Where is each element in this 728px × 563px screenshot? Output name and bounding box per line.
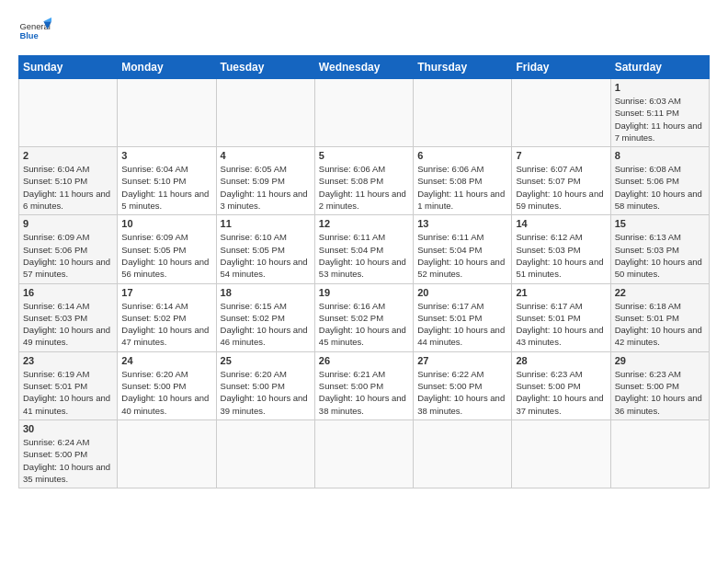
day-number: 30 — [23, 423, 113, 434]
calendar-cell: 10Sunrise: 6:09 AM Sunset: 5:05 PM Dayli… — [118, 215, 216, 283]
day-info: Sunrise: 6:23 AM Sunset: 5:00 PM Dayligh… — [615, 368, 705, 417]
day-header-sunday: Sunday — [19, 56, 118, 79]
day-header-thursday: Thursday — [414, 56, 512, 79]
calendar-cell — [414, 419, 512, 488]
calendar-week-row: 2Sunrise: 6:04 AM Sunset: 5:10 PM Daylig… — [19, 147, 710, 215]
day-number: 25 — [221, 355, 311, 366]
calendar-cell: 12Sunrise: 6:11 AM Sunset: 5:04 PM Dayli… — [314, 215, 413, 283]
day-info: Sunrise: 6:04 AM Sunset: 5:10 PM Dayligh… — [121, 163, 211, 212]
calendar-header-row: SundayMondayTuesdayWednesdayThursdayFrid… — [19, 56, 710, 79]
day-info: Sunrise: 6:20 AM Sunset: 5:00 PM Dayligh… — [221, 368, 311, 417]
calendar-cell: 15Sunrise: 6:13 AM Sunset: 5:03 PM Dayli… — [610, 215, 709, 283]
day-number: 17 — [121, 287, 211, 298]
calendar-cell: 2Sunrise: 6:04 AM Sunset: 5:10 PM Daylig… — [19, 147, 118, 215]
day-number: 16 — [23, 287, 113, 298]
calendar-cell: 22Sunrise: 6:18 AM Sunset: 5:01 PM Dayli… — [610, 283, 709, 351]
calendar-cell: 4Sunrise: 6:05 AM Sunset: 5:09 PM Daylig… — [216, 147, 314, 215]
day-number: 9 — [23, 218, 113, 229]
calendar-week-row: 30Sunrise: 6:24 AM Sunset: 5:00 PM Dayli… — [19, 419, 710, 488]
day-info: Sunrise: 6:13 AM Sunset: 5:03 PM Dayligh… — [615, 231, 705, 280]
day-info: Sunrise: 6:11 AM Sunset: 5:04 PM Dayligh… — [417, 231, 507, 280]
calendar-cell — [512, 419, 610, 488]
logo-icon: General Blue — [18, 15, 51, 48]
day-info: Sunrise: 6:12 AM Sunset: 5:03 PM Dayligh… — [516, 231, 606, 280]
day-info: Sunrise: 6:04 AM Sunset: 5:10 PM Dayligh… — [23, 163, 113, 212]
calendar-cell: 20Sunrise: 6:17 AM Sunset: 5:01 PM Dayli… — [414, 283, 512, 351]
svg-text:Blue: Blue — [19, 31, 38, 40]
calendar-cell: 3Sunrise: 6:04 AM Sunset: 5:10 PM Daylig… — [118, 147, 216, 215]
day-header-monday: Monday — [118, 56, 216, 79]
day-info: Sunrise: 6:24 AM Sunset: 5:00 PM Dayligh… — [23, 436, 113, 485]
calendar-cell: 9Sunrise: 6:09 AM Sunset: 5:06 PM Daylig… — [19, 215, 118, 283]
day-number: 15 — [615, 218, 705, 229]
logo: General Blue — [18, 15, 51, 48]
calendar-cell: 24Sunrise: 6:20 AM Sunset: 5:00 PM Dayli… — [118, 351, 216, 419]
day-number: 20 — [417, 287, 507, 298]
calendar-cell: 8Sunrise: 6:08 AM Sunset: 5:06 PM Daylig… — [610, 147, 709, 215]
day-number: 23 — [23, 355, 113, 366]
day-number: 5 — [319, 150, 409, 161]
calendar-cell: 14Sunrise: 6:12 AM Sunset: 5:03 PM Dayli… — [512, 215, 610, 283]
day-number: 2 — [23, 150, 113, 161]
day-number: 28 — [516, 355, 606, 366]
day-number: 24 — [121, 355, 211, 366]
day-number: 6 — [417, 150, 507, 161]
day-info: Sunrise: 6:20 AM Sunset: 5:00 PM Dayligh… — [121, 368, 211, 417]
calendar-cell: 25Sunrise: 6:20 AM Sunset: 5:00 PM Dayli… — [216, 351, 314, 419]
day-info: Sunrise: 6:09 AM Sunset: 5:06 PM Dayligh… — [23, 231, 113, 280]
header: General Blue — [18, 15, 710, 48]
calendar-week-row: 9Sunrise: 6:09 AM Sunset: 5:06 PM Daylig… — [19, 215, 710, 283]
day-info: Sunrise: 6:22 AM Sunset: 5:00 PM Dayligh… — [417, 368, 507, 417]
calendar-cell: 11Sunrise: 6:10 AM Sunset: 5:05 PM Dayli… — [216, 215, 314, 283]
calendar-cell — [414, 79, 512, 147]
day-info: Sunrise: 6:19 AM Sunset: 5:01 PM Dayligh… — [23, 368, 113, 417]
calendar-cell — [216, 79, 314, 147]
calendar-cell — [19, 79, 118, 147]
day-number: 22 — [615, 287, 705, 298]
day-number: 8 — [615, 150, 705, 161]
day-info: Sunrise: 6:16 AM Sunset: 5:02 PM Dayligh… — [319, 300, 409, 349]
calendar-week-row: 1Sunrise: 6:03 AM Sunset: 5:11 PM Daylig… — [19, 79, 710, 147]
day-info: Sunrise: 6:14 AM Sunset: 5:02 PM Dayligh… — [121, 300, 211, 349]
calendar-cell: 17Sunrise: 6:14 AM Sunset: 5:02 PM Dayli… — [118, 283, 216, 351]
day-info: Sunrise: 6:05 AM Sunset: 5:09 PM Dayligh… — [221, 163, 311, 212]
calendar-cell: 5Sunrise: 6:06 AM Sunset: 5:08 PM Daylig… — [314, 147, 413, 215]
calendar-cell: 16Sunrise: 6:14 AM Sunset: 5:03 PM Dayli… — [19, 283, 118, 351]
day-number: 18 — [221, 287, 311, 298]
calendar-week-row: 16Sunrise: 6:14 AM Sunset: 5:03 PM Dayli… — [19, 283, 710, 351]
calendar-cell — [118, 419, 216, 488]
day-info: Sunrise: 6:17 AM Sunset: 5:01 PM Dayligh… — [417, 300, 507, 349]
day-info: Sunrise: 6:03 AM Sunset: 5:11 PM Dayligh… — [615, 95, 705, 144]
day-number: 7 — [516, 150, 606, 161]
calendar-cell — [216, 419, 314, 488]
calendar-page: General Blue SundayMondayTuesdayWednesda… — [0, 0, 728, 503]
svg-marker-3 — [43, 17, 51, 21]
calendar-cell: 13Sunrise: 6:11 AM Sunset: 5:04 PM Dayli… — [414, 215, 512, 283]
day-header-wednesday: Wednesday — [314, 56, 413, 79]
day-number: 10 — [121, 218, 211, 229]
day-info: Sunrise: 6:06 AM Sunset: 5:08 PM Dayligh… — [417, 163, 507, 212]
day-number: 29 — [615, 355, 705, 366]
day-number: 21 — [516, 287, 606, 298]
day-number: 4 — [221, 150, 311, 161]
day-info: Sunrise: 6:18 AM Sunset: 5:01 PM Dayligh… — [615, 300, 705, 349]
day-info: Sunrise: 6:17 AM Sunset: 5:01 PM Dayligh… — [516, 300, 606, 349]
day-number: 26 — [319, 355, 409, 366]
calendar-cell: 21Sunrise: 6:17 AM Sunset: 5:01 PM Dayli… — [512, 283, 610, 351]
calendar-cell: 18Sunrise: 6:15 AM Sunset: 5:02 PM Dayli… — [216, 283, 314, 351]
calendar-cell: 30Sunrise: 6:24 AM Sunset: 5:00 PM Dayli… — [19, 419, 118, 488]
calendar-cell: 26Sunrise: 6:21 AM Sunset: 5:00 PM Dayli… — [314, 351, 413, 419]
day-info: Sunrise: 6:15 AM Sunset: 5:02 PM Dayligh… — [221, 300, 311, 349]
day-info: Sunrise: 6:09 AM Sunset: 5:05 PM Dayligh… — [121, 231, 211, 280]
day-number: 19 — [319, 287, 409, 298]
calendar-cell: 27Sunrise: 6:22 AM Sunset: 5:00 PM Dayli… — [414, 351, 512, 419]
day-info: Sunrise: 6:21 AM Sunset: 5:00 PM Dayligh… — [319, 368, 409, 417]
calendar-cell: 7Sunrise: 6:07 AM Sunset: 5:07 PM Daylig… — [512, 147, 610, 215]
day-number: 1 — [615, 82, 705, 93]
day-info: Sunrise: 6:06 AM Sunset: 5:08 PM Dayligh… — [319, 163, 409, 212]
calendar-week-row: 23Sunrise: 6:19 AM Sunset: 5:01 PM Dayli… — [19, 351, 710, 419]
day-info: Sunrise: 6:07 AM Sunset: 5:07 PM Dayligh… — [516, 163, 606, 212]
day-header-saturday: Saturday — [610, 56, 709, 79]
calendar-cell: 23Sunrise: 6:19 AM Sunset: 5:01 PM Dayli… — [19, 351, 118, 419]
calendar-cell: 1Sunrise: 6:03 AM Sunset: 5:11 PM Daylig… — [610, 79, 709, 147]
